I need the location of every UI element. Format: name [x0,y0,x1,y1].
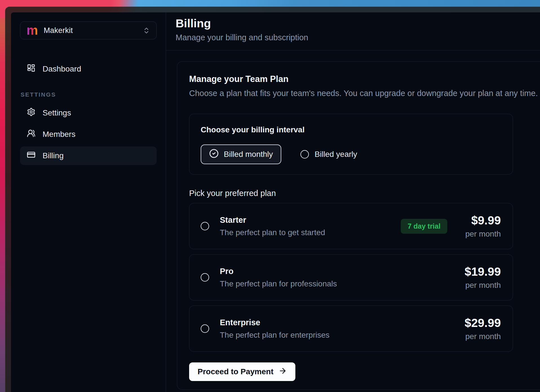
price-block: $19.99 per month [465,265,501,290]
sidebar-section-label: SETTINGS [21,91,157,98]
plan-name: Pro [220,267,454,276]
billing-interval-label: Choose your billing interval [201,125,501,134]
plan-radio[interactable] [201,222,209,230]
sidebar-item-settings[interactable]: Settings [20,104,157,122]
radio-circle-icon [300,150,309,159]
plan-description: The perfect plan for professionals [220,279,454,288]
plans-label: Pick your preferred plan [189,189,540,198]
arrow-right-icon [278,367,287,377]
page-subtitle: Manage your billing and subscription [176,33,540,42]
workspace-selector[interactable]: m Makerkit [20,21,157,39]
plan-name: Starter [220,215,390,225]
sidebar-item-label: Members [43,130,76,139]
credit-card-icon [27,150,36,161]
dashboard-icon [27,64,36,74]
sidebar-item-dashboard[interactable]: Dashboard [20,60,157,78]
sidebar-item-label: Settings [43,108,71,117]
billing-interval-box: Choose your billing interval Billed mont… [189,114,513,175]
plan-info: Enterprise The perfect plan for enterpri… [220,318,454,340]
app-surface: m Makerkit Dashboard SETTINGS [11,12,540,392]
sidebar-item-label: Billing [43,151,64,160]
billed-yearly-label: Billed yearly [315,150,357,159]
page-header: Billing Manage your billing and subscrip… [166,12,540,50]
trial-badge: 7 day trial [401,219,447,234]
cta-label: Proceed to Payment [198,367,273,376]
plan-row-pro[interactable]: Pro The perfect plan for professionals $… [189,254,513,300]
plan-price: $9.99 [465,214,501,227]
page-title: Billing [176,17,540,30]
page-content: Manage your Team Plan Choose a plan that… [166,50,540,392]
plan-description: The perfect plan to get started [220,228,390,237]
billing-interval-options: Billed monthly Billed yearly [201,144,501,164]
app-window: m Makerkit Dashboard SETTINGS [5,6,540,392]
plan-info: Pro The perfect plan for professionals [220,267,454,288]
plan-price: $19.99 [465,265,501,279]
card-title: Manage your Team Plan [189,74,540,84]
price-block: $9.99 per month [465,214,501,239]
billed-monthly-label: Billed monthly [224,150,273,159]
gear-icon [27,108,36,118]
plan-row-starter[interactable]: Starter The perfect plan to get started … [189,203,513,249]
sidebar-item-members[interactable]: Members [20,125,157,144]
plan-info: Starter The perfect plan to get started [220,215,390,237]
proceed-to-payment-button[interactable]: Proceed to Payment [189,362,295,381]
plan-description: The perfect plan for enterprises [220,331,454,340]
makerkit-logo-icon: m [26,24,38,36]
plan-period: per month [465,230,501,239]
main-content: Billing Manage your billing and subscrip… [166,12,540,392]
sidebar: m Makerkit Dashboard SETTINGS [11,12,166,392]
sidebar-nav: Dashboard SETTINGS Settings Members [20,60,157,168]
sidebar-item-billing[interactable]: Billing [20,146,157,165]
plan-row-enterprise[interactable]: Enterprise The perfect plan for enterpri… [189,306,513,352]
billed-monthly-option[interactable]: Billed monthly [201,144,281,164]
billed-yearly-option[interactable]: Billed yearly [300,150,357,159]
price-block: $29.99 per month [465,316,501,341]
plan-name: Enterprise [220,318,454,327]
team-plan-card: Manage your Team Plan Choose a plan that… [177,61,540,390]
plan-period: per month [465,281,501,290]
plan-period: per month [465,332,501,341]
workspace-name: Makerkit [44,26,73,35]
plan-radio[interactable] [201,324,209,333]
card-subtitle: Choose a plan that fits your team's need… [189,89,540,98]
chevrons-up-down-icon [143,27,150,34]
users-icon [27,129,36,140]
check-circle-icon [209,149,219,160]
plan-price: $29.99 [465,316,501,330]
sidebar-item-label: Dashboard [43,64,81,74]
plan-radio[interactable] [201,273,209,282]
